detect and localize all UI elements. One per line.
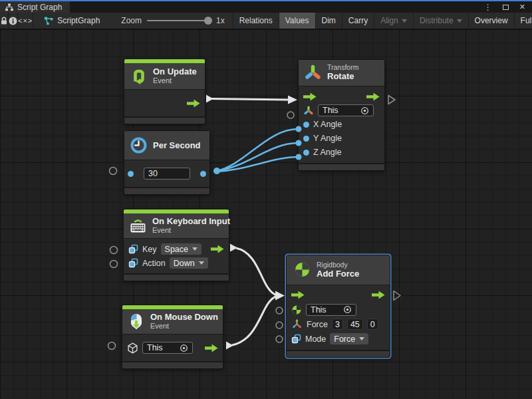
- flow-input-port[interactable]: [303, 92, 317, 101]
- node-mouse-down[interactable]: On Mouse Down Event This: [122, 305, 223, 369]
- force-z-field[interactable]: 0: [367, 319, 378, 330]
- clock-icon: [130, 136, 148, 154]
- align-dropdown[interactable]: Align: [374, 13, 413, 29]
- chevron-down-icon: [457, 19, 462, 23]
- inspect-button[interactable]: [9, 13, 18, 29]
- node-footer: [124, 187, 209, 194]
- chevron-down-icon: [402, 19, 407, 23]
- window-menu-icon[interactable]: ⋮: [484, 3, 492, 12]
- value-output-port[interactable]: [200, 171, 206, 177]
- values-button[interactable]: Values: [279, 13, 315, 29]
- transform-icon: [303, 105, 314, 116]
- rate-field[interactable]: 30: [144, 168, 190, 180]
- distribute-dropdown[interactable]: Distribute: [413, 13, 468, 29]
- mode-dropdown[interactable]: Force: [330, 333, 368, 344]
- flow-output-port[interactable]: [205, 344, 218, 352]
- graph-canvas[interactable]: On Update Event Transform: [0, 29, 532, 399]
- node-title: On Mouse Down: [150, 312, 218, 322]
- distribute-label: Distribute: [420, 16, 454, 25]
- wires-layer: [0, 29, 532, 399]
- target-picker-icon[interactable]: [343, 305, 352, 314]
- graph-name[interactable]: ScriptGraph: [33, 13, 109, 29]
- flow-output-port[interactable]: [366, 92, 380, 101]
- zoom-slider-handle[interactable]: [204, 17, 212, 25]
- tab-script-graph[interactable]: Script Graph: [0, 1, 70, 13]
- port-label: Y Angle: [313, 134, 342, 143]
- node-on-update[interactable]: On Update Event: [124, 59, 205, 124]
- wire-onupdate-to-rotate[interactable]: [206, 95, 297, 104]
- graph-hierarchy-icon: [5, 3, 13, 11]
- lock-button[interactable]: [0, 13, 9, 29]
- node-rotate[interactable]: Transform Rotate: [298, 59, 385, 171]
- keyboard-icon: [129, 217, 147, 234]
- node-add-force[interactable]: Rigidbody Add Force This: [286, 255, 390, 358]
- node-footer: [287, 350, 390, 357]
- info-icon: [9, 17, 17, 25]
- carry-button[interactable]: Carry: [342, 13, 374, 29]
- overview-button[interactable]: Overview: [468, 13, 514, 29]
- action-dropdown[interactable]: Down: [170, 257, 208, 269]
- fullscreen-button[interactable]: Full Screen: [514, 13, 532, 29]
- value-input-port[interactable]: [303, 122, 309, 128]
- node-title: On Keyboard Input: [152, 216, 230, 226]
- node-subtitle: Event: [152, 226, 230, 235]
- this-value: This: [147, 343, 180, 352]
- force-y-value: 45: [350, 320, 360, 329]
- target-picker-icon[interactable]: [180, 344, 188, 352]
- this-field[interactable]: This: [142, 342, 193, 354]
- wire-persecond-to-angles[interactable]: [217, 129, 298, 172]
- tab-title: Script Graph: [17, 3, 62, 12]
- value-input-port[interactable]: [303, 136, 309, 142]
- zoom-slider[interactable]: [147, 20, 211, 21]
- close-icon[interactable]: ✕: [519, 3, 525, 11]
- node-footer: [124, 273, 229, 281]
- key-dropdown[interactable]: Space: [161, 243, 201, 255]
- window-titlebar: Script Graph ⋮ ✕: [0, 0, 532, 13]
- port-label: X Angle: [313, 120, 342, 129]
- this-field[interactable]: This: [306, 304, 356, 316]
- gameobject-cube-icon: [127, 342, 138, 354]
- enum-icon: [128, 244, 138, 254]
- zoom-label: Zoom: [121, 16, 142, 25]
- zoom-value: 1x: [216, 16, 225, 25]
- zoom-control: Zoom 1x: [109, 13, 231, 29]
- this-value: This: [311, 305, 343, 315]
- flow-output-port[interactable]: [372, 291, 385, 299]
- flow-output-port[interactable]: [211, 245, 224, 253]
- chevron-down-icon: [199, 261, 204, 265]
- value-input-port[interactable]: [303, 150, 309, 156]
- this-field[interactable]: This: [318, 104, 374, 116]
- wire-mouse-to-addforce[interactable]: [226, 291, 285, 350]
- mode-value: Force: [334, 334, 355, 344]
- lock-icon: [0, 17, 8, 25]
- relations-button[interactable]: Relations: [233, 13, 279, 29]
- target-picker-icon[interactable]: [360, 106, 369, 115]
- flow-input-port[interactable]: [291, 291, 305, 299]
- rigidbody-icon: [293, 261, 311, 279]
- force-y-field[interactable]: 45: [347, 319, 363, 330]
- action-value: Down: [174, 259, 195, 268]
- node-keyboard-input[interactable]: On Keyboard Input Event Key Space: [123, 209, 229, 281]
- force-x-field[interactable]: 3: [332, 319, 343, 330]
- rigidbody-icon: [291, 305, 302, 315]
- dim-button[interactable]: Dim: [315, 13, 342, 29]
- node-category: Rigidbody: [317, 261, 359, 269]
- node-footer: [124, 116, 205, 124]
- transform-icon: [304, 63, 322, 81]
- code-view-button[interactable]: <×>: [18, 13, 33, 29]
- node-category: Transform: [327, 63, 358, 71]
- force-x-value: 3: [335, 320, 340, 329]
- wire-keyboard-to-addforce[interactable]: [230, 244, 277, 296]
- align-label: Align: [380, 16, 398, 25]
- port-label: Z Angle: [313, 148, 341, 157]
- value-input-port[interactable]: [128, 171, 134, 177]
- node-title: Rotate: [327, 71, 358, 81]
- window-controls: ⋮ ✕: [484, 1, 532, 13]
- node-per-second[interactable]: Per Second 30: [124, 130, 210, 195]
- flow-output-port[interactable]: [187, 99, 200, 108]
- node-title: Add Force: [317, 269, 359, 279]
- maximize-icon[interactable]: [503, 5, 509, 10]
- key-label: Key: [142, 245, 157, 254]
- script-graph-icon: [44, 16, 53, 25]
- node-footer: [299, 163, 384, 170]
